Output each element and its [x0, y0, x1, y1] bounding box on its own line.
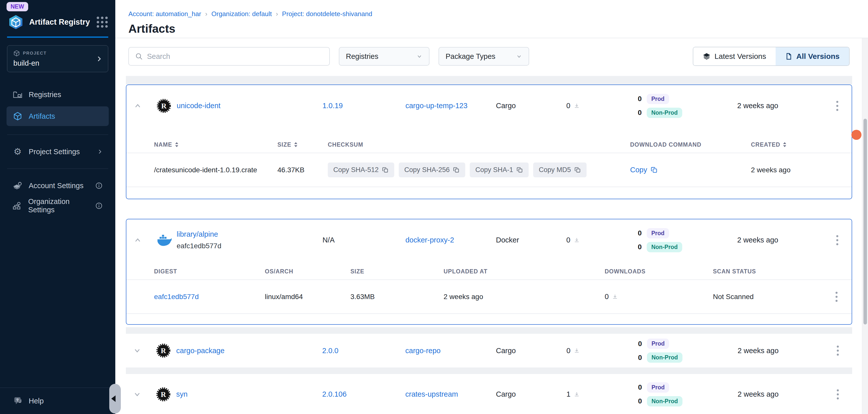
breadcrumb-organization-link[interactable]: Organization: default [212, 10, 272, 18]
kebab-menu-icon[interactable] [834, 290, 839, 303]
kebab-menu-icon[interactable] [835, 234, 840, 247]
download-count: 0 [566, 236, 570, 244]
digest-link[interactable]: eafc1edb577d [154, 293, 199, 301]
kebab-menu-icon[interactable] [835, 99, 840, 112]
col-download-command: DOWNLOAD COMMAND [630, 141, 701, 148]
project-selector[interactable]: PROJECT build-en [7, 45, 108, 72]
versions-toggle-group: Latest Versions All Versions [693, 47, 849, 66]
artifact-registry-link[interactable]: docker-proxy-2 [405, 236, 454, 244]
sidebar-item-project-settings[interactable]: ⚙ Project Settings [6, 143, 109, 160]
copy-icon [651, 167, 658, 174]
download-count: 1 [566, 390, 570, 399]
nonprod-badge: Non-Prod [647, 352, 682, 363]
chevron-down-icon [416, 53, 423, 59]
sort-icon[interactable] [294, 142, 298, 147]
prod-count: 0 [637, 95, 642, 103]
download-icon [574, 103, 580, 109]
organization-settings-icon [12, 201, 22, 210]
download-count: 0 [566, 347, 570, 355]
copy-md5-label: Copy MD5 [539, 166, 571, 174]
latest-versions-button[interactable]: Latest Versions [693, 47, 776, 65]
breadcrumb-project-link[interactable]: Project: donotdelete-shivanand [282, 10, 372, 18]
cargo-rust-icon: R [156, 343, 176, 358]
copy-icon [382, 167, 389, 173]
project-cube-icon [13, 50, 20, 57]
artifact-registry-link[interactable]: cargo-up-temp-123 [405, 102, 467, 110]
digest-uploaded-at: 2 weeks ago [443, 293, 605, 301]
artifact-row-cargo-package: R cargo-package 2.0.0 cargo-repo Cargo 0… [126, 334, 852, 368]
all-versions-label: All Versions [796, 52, 840, 61]
artifact-version-link[interactable]: 2.0.0 [322, 347, 339, 355]
copy-sha256-button[interactable]: Copy SHA-256 [399, 163, 465, 177]
sidebar-item-label: Project Settings [29, 148, 80, 156]
nonprod-count: 0 [637, 354, 642, 362]
prod-badge: Prod [647, 382, 669, 392]
sidebar-item-organization-settings[interactable]: Organization Settings [6, 198, 109, 214]
artifact-type: Cargo [496, 102, 566, 110]
copy-md5-button[interactable]: Copy MD5 [533, 163, 587, 177]
registries-filter-dropdown[interactable]: Registries [339, 47, 430, 66]
kebab-menu-icon[interactable] [835, 388, 840, 401]
list-gap [126, 368, 852, 374]
artifact-registry-link[interactable]: cargo-repo [405, 347, 440, 355]
download-icon [574, 347, 580, 354]
sidebar-item-label: Account Settings [29, 182, 84, 190]
digest-scan-status: Not Scanned [713, 293, 829, 301]
col-digest: DIGEST [154, 268, 177, 275]
kebab-menu-icon[interactable] [835, 344, 840, 357]
sort-icon[interactable] [175, 142, 179, 147]
col-uploaded-at: UPLOADED AT [443, 268, 488, 275]
expand-chevron-icon[interactable] [133, 391, 156, 398]
prod-badge: Prod [647, 228, 669, 238]
artifact-name-link[interactable]: cargo-package [176, 347, 224, 355]
artifact-name-link[interactable]: unicode-ident [177, 102, 220, 110]
col-name: NAME [154, 141, 172, 148]
all-versions-button[interactable]: All Versions [776, 47, 849, 65]
sidebar-item-help[interactable]: ? Help [0, 388, 115, 414]
collapse-chevron-icon[interactable] [134, 236, 157, 244]
registries-folder-icon [12, 90, 23, 99]
scrollbar-thumb[interactable] [864, 119, 867, 324]
artifact-name-link[interactable]: syn [176, 390, 188, 398]
artifact-registry-link[interactable]: crates-upstream [405, 390, 458, 398]
docker-icon [157, 234, 177, 247]
cargo-rust-icon: R [157, 99, 177, 113]
col-scan-status: SCAN STATUS [713, 268, 756, 275]
copy-sha512-button[interactable]: Copy SHA-512 [328, 163, 394, 177]
copy-download-command-link[interactable]: Copy [630, 166, 751, 174]
app-grid-icon[interactable] [97, 16, 108, 28]
page-title: Artifacts [128, 22, 851, 35]
search-input[interactable] [147, 52, 323, 61]
scrollbar-track[interactable] [862, 38, 868, 414]
digests-table-header: DIGEST OS/ARCH SIZE UPLOADED AT DOWNLOAD… [126, 263, 851, 280]
sidebar-item-artifacts[interactable]: Artifacts [6, 106, 109, 126]
download-icon [612, 294, 618, 300]
sidebar-item-account-settings[interactable]: Account Settings [6, 177, 109, 194]
artifact-version-link[interactable]: 1.0.19 [322, 102, 343, 110]
col-size: SIZE [350, 268, 364, 275]
sidebar-item-label: Organization Settings [28, 198, 89, 214]
chevron-down-icon [516, 53, 522, 59]
digests-table: DIGEST OS/ARCH SIZE UPLOADED AT DOWNLOAD… [126, 263, 851, 314]
artifact-list: R unicode-ident 1.0.19 cargo-up-temp-123… [126, 76, 852, 414]
breadcrumb-account-link[interactable]: Account: automation_har [128, 10, 201, 18]
collapse-chevron-icon[interactable] [134, 102, 157, 110]
artifact-created: 2 weeks ago [738, 390, 831, 399]
col-created: CREATED [751, 141, 780, 148]
artifact-version-link[interactable]: 2.0.106 [322, 390, 347, 398]
project-label: PROJECT [23, 51, 46, 56]
nonprod-count: 0 [637, 243, 642, 251]
sidebar-collapse-handle[interactable] [109, 384, 121, 414]
svg-text:?: ? [17, 398, 19, 402]
expand-chevron-icon[interactable] [133, 347, 156, 354]
artifact-card-library-alpine: library/alpine eafc1edb577d N/A docker-p… [126, 219, 852, 325]
digest-os-arch: linux/amd64 [265, 293, 350, 301]
sidebar-item-registries[interactable]: Registries [6, 86, 109, 103]
copy-sha1-button[interactable]: Copy SHA-1 [470, 163, 529, 177]
package-types-filter-dropdown[interactable]: Package Types [438, 47, 529, 66]
chevron-right-icon [97, 148, 103, 155]
file-icon [785, 53, 792, 60]
search-box[interactable] [128, 47, 330, 66]
artifact-name-link[interactable]: library/alpine [177, 230, 218, 238]
sort-icon[interactable] [783, 142, 787, 147]
